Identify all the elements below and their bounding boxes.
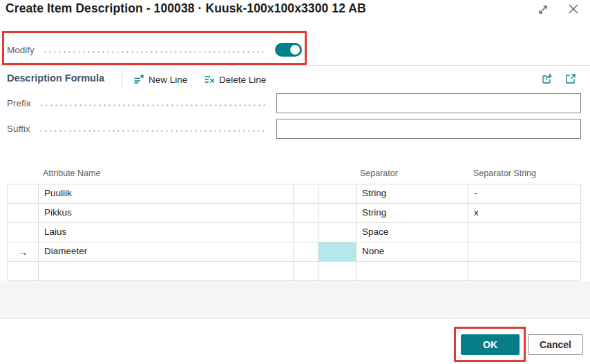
cancel-button[interactable]: Cancel bbox=[528, 334, 583, 355]
cell-spacer[interactable] bbox=[318, 262, 356, 281]
row-selector[interactable] bbox=[8, 262, 39, 281]
row-selector[interactable] bbox=[8, 223, 39, 242]
modify-toggle[interactable] bbox=[275, 43, 302, 57]
page-title: Create Item Description - 100038 · Kuusk… bbox=[6, 1, 366, 16]
cell-attribute-name[interactable]: Diameeter bbox=[39, 242, 294, 262]
cell-separator-string[interactable]: x bbox=[468, 204, 581, 223]
column-header-separator-string[interactable]: Separator String bbox=[473, 169, 536, 178]
ok-button[interactable]: OK bbox=[461, 334, 520, 355]
cell-attribute-name[interactable]: Puuliik bbox=[39, 184, 294, 204]
dotted-leader bbox=[39, 104, 268, 106]
cell-spacer[interactable] bbox=[318, 223, 356, 242]
cell-spacer[interactable] bbox=[294, 223, 318, 242]
cell-separator-string[interactable] bbox=[468, 223, 581, 242]
section-title: Description Formula bbox=[7, 73, 104, 84]
column-header-attribute-name[interactable]: Attribute Name bbox=[43, 169, 100, 178]
new-line-icon bbox=[133, 74, 144, 85]
dotted-leader bbox=[43, 51, 267, 53]
delete-line-button[interactable]: Delete Line bbox=[204, 72, 266, 87]
cell-spacer[interactable] bbox=[294, 184, 318, 204]
cell-attribute-name[interactable] bbox=[39, 262, 294, 281]
selected-cell[interactable] bbox=[318, 242, 356, 262]
current-row-indicator[interactable]: → bbox=[8, 242, 39, 262]
row-selector[interactable] bbox=[8, 184, 39, 204]
delete-line-label: Delete Line bbox=[219, 75, 266, 85]
cell-separator-string[interactable]: - bbox=[468, 184, 581, 204]
new-line-label: New Line bbox=[149, 75, 187, 85]
cell-separator[interactable]: Space bbox=[356, 223, 468, 242]
cell-spacer[interactable] bbox=[294, 204, 318, 223]
section-divider bbox=[0, 65, 590, 66]
cell-attribute-name[interactable]: Laius bbox=[39, 223, 294, 242]
modify-label: Modify bbox=[7, 45, 35, 55]
close-icon[interactable] bbox=[567, 2, 580, 16]
content-footer-band bbox=[0, 281, 590, 319]
new-line-button[interactable]: New Line bbox=[133, 72, 187, 87]
prefix-field-row: Prefix bbox=[7, 93, 581, 113]
attributes-table: Puuliik String - Pikkus String x Laius S… bbox=[7, 184, 581, 281]
suffix-label: Suffix bbox=[7, 124, 30, 134]
modify-field-row: Modify bbox=[7, 41, 302, 59]
current-row-arrow-icon: → bbox=[18, 247, 28, 257]
cell-separator[interactable]: None bbox=[356, 242, 468, 262]
cell-spacer[interactable] bbox=[318, 184, 356, 204]
cell-spacer[interactable] bbox=[294, 262, 318, 281]
expand-window-icon[interactable] bbox=[537, 3, 549, 16]
row-selector[interactable] bbox=[8, 204, 39, 223]
delete-line-icon bbox=[204, 74, 215, 85]
cell-separator[interactable]: String bbox=[356, 184, 468, 204]
suffix-field-row: Suffix bbox=[7, 118, 581, 139]
cell-separator[interactable]: String bbox=[356, 204, 468, 223]
cell-separator[interactable] bbox=[356, 262, 468, 281]
cell-spacer[interactable] bbox=[294, 242, 318, 262]
share-icon[interactable] bbox=[541, 73, 553, 85]
suffix-input[interactable] bbox=[276, 119, 581, 139]
prefix-input[interactable] bbox=[276, 93, 581, 113]
cell-separator-string[interactable] bbox=[468, 242, 581, 262]
create-item-description-dialog: Create Item Description - 100038 · Kuusk… bbox=[0, 0, 590, 364]
dotted-leader bbox=[39, 130, 268, 132]
prefix-label: Prefix bbox=[7, 98, 31, 108]
cell-spacer[interactable] bbox=[318, 204, 356, 223]
open-in-new-window-icon[interactable] bbox=[564, 73, 577, 85]
cell-separator-string[interactable] bbox=[468, 262, 581, 281]
column-header-separator[interactable]: Separator bbox=[360, 169, 398, 178]
toolbar-divider bbox=[122, 71, 122, 88]
toggle-knob-icon bbox=[290, 45, 300, 55]
cell-attribute-name[interactable]: Pikkus bbox=[39, 204, 294, 223]
